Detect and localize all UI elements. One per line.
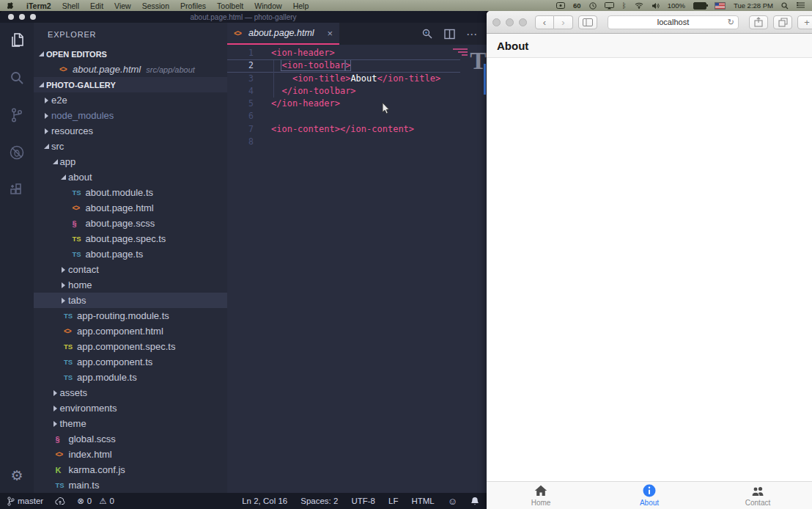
airplay-display-icon[interactable]	[605, 2, 614, 10]
vscode-titlebar[interactable]: about.page.html — photo-gallery	[0, 11, 487, 23]
tree-item-about-page-scss[interactable]: §about.page.scss	[34, 216, 227, 231]
share-button[interactable]	[749, 15, 768, 29]
more-actions-icon[interactable]: ⋯	[466, 29, 477, 40]
language-mode[interactable]: HTML	[411, 497, 434, 505]
zoom-window-button[interactable]	[519, 18, 527, 26]
recorder-timer-icon[interactable]: 60	[573, 1, 581, 10]
tree-item-main-ts[interactable]: TSmain.ts	[34, 477, 227, 493]
tree-item-src[interactable]: src	[34, 139, 227, 154]
new-tab-button[interactable]: +	[797, 15, 812, 29]
close-window-button[interactable]	[8, 14, 14, 20]
tree-item-e2e[interactable]: e2e	[34, 92, 227, 108]
menu-session[interactable]: Session	[142, 1, 169, 10]
settings-gear-icon[interactable]: ⚙	[8, 466, 26, 484]
back-button[interactable]: ‹	[535, 15, 554, 29]
spotlight-icon[interactable]	[781, 2, 789, 10]
zoom-window-button[interactable]	[30, 14, 36, 20]
explorer-icon[interactable]	[8, 32, 26, 49]
tree-item-resources[interactable]: resources	[34, 123, 227, 139]
tree-item-karma-conf-js[interactable]: Kkarma.conf.js	[34, 462, 227, 477]
tree-item-environments[interactable]: environments	[34, 400, 227, 416]
cursor-position[interactable]: Ln 2, Col 16	[242, 497, 287, 505]
feedback-smiley-icon[interactable]: ☺	[448, 496, 457, 507]
tree-item-about-page-html[interactable]: <>about.page.html	[34, 200, 227, 216]
tree-item-tabs[interactable]: tabs	[34, 293, 227, 308]
git-branch-indicator[interactable]: master	[7, 497, 43, 506]
code-line-8[interactable]: 8	[227, 136, 487, 148]
section-project-root[interactable]: PHOTO-GALLERY	[34, 77, 227, 92]
tree-item-app-component-html[interactable]: <>app.component.html	[34, 323, 227, 339]
safari-window-controls[interactable]	[492, 18, 527, 26]
source-control-icon[interactable]	[8, 106, 26, 124]
screen-recording-icon[interactable]	[556, 2, 565, 9]
tab-contact[interactable]: Contact	[704, 482, 812, 509]
address-bar[interactable]: localhost ↻	[608, 15, 739, 29]
wifi-icon[interactable]	[635, 2, 643, 9]
tree-item-about-module-ts[interactable]: TSabout.module.ts	[34, 185, 227, 200]
tree-item-app-routing-module-ts[interactable]: TSapp-routing.module.ts	[34, 308, 227, 323]
close-tab-icon[interactable]: ×	[327, 28, 333, 39]
reload-icon[interactable]: ↻	[728, 18, 734, 27]
menu-window[interactable]: Window	[254, 1, 281, 10]
menu-edit[interactable]: Edit	[90, 1, 103, 10]
clock-icon[interactable]	[589, 2, 597, 10]
split-editor-icon[interactable]	[444, 29, 455, 40]
code-line-2[interactable]: 2 <ion-toolbar>	[227, 59, 487, 72]
tree-item-about-page-ts[interactable]: TSabout.page.ts	[34, 246, 227, 262]
menu-profiles[interactable]: Profiles	[180, 1, 206, 10]
scrollbar-decoration[interactable]	[484, 64, 486, 95]
volume-icon[interactable]	[652, 2, 660, 10]
menu-shell[interactable]: Shell	[62, 1, 79, 10]
minimize-window-button[interactable]	[19, 14, 25, 20]
tree-item-app-module-ts[interactable]: TSapp.module.ts	[34, 370, 227, 385]
tree-item-about-page-spec-ts[interactable]: TSabout.page.spec.ts	[34, 231, 227, 246]
battery-icon[interactable]	[693, 2, 706, 10]
open-search-icon[interactable]	[421, 28, 433, 40]
code-line-3[interactable]: 3 <ion-title>About</ion-title>	[227, 73, 487, 85]
apple-menu-icon[interactable]	[7, 1, 15, 10]
code-line-1[interactable]: 1<ion-header>	[227, 47, 487, 59]
tree-item-theme[interactable]: theme	[34, 416, 227, 431]
notification-center-icon[interactable]	[797, 2, 805, 9]
tree-item-index-html[interactable]: <>index.html	[34, 447, 227, 462]
problems-indicator[interactable]: ⊗0 ⚠0	[77, 496, 114, 506]
tree-item-node-modules[interactable]: node_modules	[34, 108, 227, 123]
tab-overview-button[interactable]	[773, 15, 792, 29]
tree-item-app-component-ts[interactable]: TSapp.component.ts	[34, 354, 227, 370]
tab-home[interactable]: Home	[487, 482, 595, 509]
debug-icon[interactable]	[8, 144, 26, 161]
close-window-button[interactable]	[492, 18, 501, 26]
menu-iterm2[interactable]: iTerm2	[26, 1, 51, 10]
sidebar-toggle-button[interactable]	[578, 15, 597, 29]
vscode-window-controls[interactable]	[8, 14, 36, 20]
tree-item-home[interactable]: home	[34, 277, 227, 293]
tree-item-global-scss[interactable]: §global.scss	[34, 431, 227, 447]
menu-toolbelt[interactable]: Toolbelt	[217, 1, 243, 10]
encoding-setting[interactable]: UTF-8	[351, 497, 375, 505]
bluetooth-icon[interactable]: ᛒ	[622, 1, 627, 10]
menu-view[interactable]: View	[114, 1, 131, 10]
tree-item-about[interactable]: about	[34, 169, 227, 185]
eol-setting[interactable]: LF	[388, 497, 398, 505]
code-line-4[interactable]: 4 </ion-toolbar>	[227, 85, 487, 98]
menu-help[interactable]: Help	[293, 1, 309, 10]
extensions-icon[interactable]	[8, 181, 26, 199]
search-icon[interactable]	[8, 69, 26, 87]
tab-about-page-html[interactable]: <> about.page.html ×	[227, 23, 339, 45]
code-line-5[interactable]: 5</ion-header>	[227, 98, 487, 110]
tree-item-app-component-spec-ts[interactable]: TSapp.component.spec.ts	[34, 339, 227, 354]
tree-item-contact[interactable]: contact	[34, 262, 227, 277]
forward-button[interactable]: ›	[554, 15, 573, 29]
code-area[interactable]: 1<ion-header>2 <ion-toolbar>3 <ion-title…	[227, 45, 487, 493]
tree-item-app[interactable]: app	[34, 154, 227, 169]
code-line-6[interactable]: 6	[227, 110, 487, 122]
indentation-setting[interactable]: Spaces: 2	[300, 497, 338, 505]
menubar-clock[interactable]: Tue 2:28 PM	[734, 1, 773, 10]
notifications-bell-icon[interactable]	[470, 497, 479, 506]
open-editor-item[interactable]: <>about.page.htmlsrc/app/about	[34, 62, 227, 77]
tree-item-assets[interactable]: assets	[34, 385, 227, 400]
minimap[interactable]	[453, 48, 468, 56]
code-line-7[interactable]: 7<ion-content></ion-content>	[227, 123, 487, 136]
tab-about[interactable]: About	[595, 482, 704, 509]
minimize-window-button[interactable]	[506, 18, 514, 26]
